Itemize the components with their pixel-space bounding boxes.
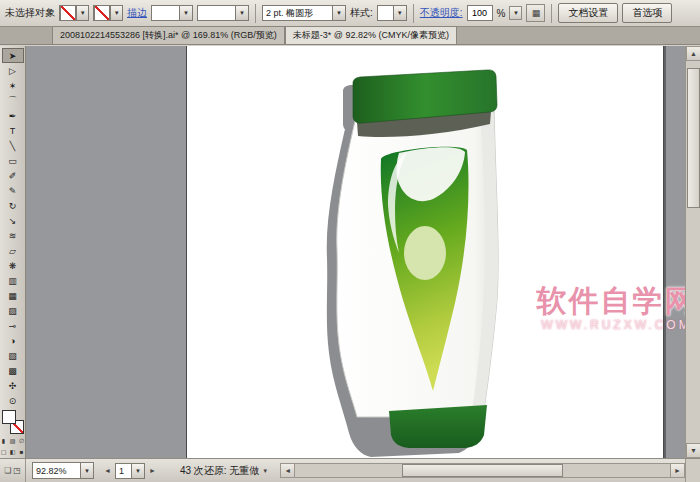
tool-zoom[interactable]: ⊙	[2, 393, 24, 408]
tool-free-transform[interactable]: ▱	[2, 243, 24, 258]
horizontal-scrollbar[interactable]: ◄ ►	[280, 463, 685, 478]
status-bar: ❏ ◳ 92.82% ▼ ◄ 1 ▼ ► 43 次还原: 无重做 ▼ ◄ ►	[0, 458, 700, 482]
stroke-panel-link[interactable]: 描边	[127, 6, 147, 20]
chevron-down-icon[interactable]: ▼	[332, 6, 345, 20]
document-tab-2-active[interactable]: 未标题-3* @ 92.82% (CMYK/像素预览)	[285, 26, 457, 44]
fill-swatch[interactable]	[2, 410, 16, 424]
tool-magic-wand[interactable]: ✶	[2, 78, 24, 93]
tool-pen[interactable]: ✒	[2, 108, 24, 123]
tool-live-paint-selection[interactable]: ▩	[2, 363, 24, 378]
screen-mode-full-icon[interactable]: ■	[18, 447, 25, 456]
scroll-left-icon[interactable]: ◄	[280, 463, 295, 478]
grid-icon: ▦	[532, 8, 541, 18]
zoom-value: 92.82%	[33, 466, 80, 476]
tab-spacer	[0, 27, 52, 44]
fill-color-well[interactable]: ▼	[59, 5, 89, 21]
artboard-navigation: ◄ 1 ▼ ►	[102, 463, 158, 479]
tool-scale[interactable]: ↘	[2, 213, 24, 228]
tool-paintbrush[interactable]: ✐	[2, 168, 24, 183]
tool-selection[interactable]: ➤	[2, 48, 24, 63]
tool-rotate[interactable]: ↻	[2, 198, 24, 213]
scroll-down-icon[interactable]: ▼	[686, 443, 700, 458]
tool-symbol-sprayer[interactable]: ❋	[2, 258, 24, 273]
tool-line-segment[interactable]: ╲	[2, 138, 24, 153]
canvas-area[interactable]: 软件自学网 WWW.RUZXW.COM	[26, 46, 685, 458]
opacity-panel-link[interactable]: 不透明度:	[420, 6, 463, 20]
tool-lasso[interactable]: ⌒	[2, 93, 24, 108]
separator	[551, 4, 552, 23]
tool-rectangle[interactable]: ▭	[2, 153, 24, 168]
history-text: 43 次还原: 无重做	[180, 464, 259, 478]
tool-warp[interactable]: ≋	[2, 228, 24, 243]
separator	[255, 4, 256, 23]
brush-definition-value: 2 pt. 椭圆形	[263, 7, 332, 20]
tool-gradient[interactable]: ▨	[2, 303, 24, 318]
fill-none-icon	[60, 5, 76, 21]
chevron-down-icon[interactable]: ▼	[131, 464, 144, 478]
tool-type[interactable]: T	[2, 123, 24, 138]
tool-grid: ➤▷✶⌒✒T╲▭✐✎↻↘≋▱❋▥▦▨⊸◑▧▩✣⊙	[0, 48, 25, 408]
scroll-right-icon[interactable]: ►	[670, 463, 685, 478]
prev-artboard-icon[interactable]: ◄	[102, 467, 113, 474]
artboard: 软件自学网 WWW.RUZXW.COM	[186, 46, 664, 458]
document-tab-bar: 2008102214553286 [转换].ai* @ 169.81% (RGB…	[0, 27, 700, 45]
vertical-scrollbar[interactable]: ▲ ▼	[685, 46, 700, 458]
separator	[413, 4, 414, 23]
control-bar: 未选择对象 ▼ ▼ 描边 ▼ ▼ 2 pt. 椭圆形 ▼ 样式: ▼ 不透明度:…	[0, 0, 700, 27]
tool-eyedropper[interactable]: ⊸	[2, 318, 24, 333]
tool-direct-selection[interactable]: ▷	[2, 63, 24, 78]
screen-mode-normal-icon[interactable]: ▢	[0, 447, 7, 456]
page-icon[interactable]: ❏	[4, 466, 11, 475]
stroke-none-icon	[94, 5, 110, 21]
status-left-icons: ❏ ◳	[0, 459, 26, 482]
chevron-down-icon[interactable]: ▼	[76, 6, 88, 20]
history-status[interactable]: 43 次还原: 无重做 ▼	[180, 464, 268, 478]
chevron-down-icon[interactable]: ▼	[110, 6, 122, 20]
tool-mesh[interactable]: ▦	[2, 288, 24, 303]
chevron-down-icon[interactable]: ▼	[80, 463, 93, 478]
preferences-button[interactable]: 首选项	[622, 3, 672, 23]
chevron-down-icon[interactable]: ▼	[235, 6, 248, 20]
screen-mode-menu-icon[interactable]: ◧	[9, 447, 16, 456]
none-mode-icon[interactable]: ∅	[18, 436, 25, 445]
chevron-down-icon[interactable]: ▼	[393, 6, 406, 20]
tool-pencil[interactable]: ✎	[2, 183, 24, 198]
brush-definition-combo[interactable]: 2 pt. 椭圆形 ▼	[262, 5, 346, 21]
navigator-icon[interactable]: ◳	[13, 466, 21, 475]
style-combo[interactable]: ▼	[377, 5, 407, 21]
stroke-color-well[interactable]: ▼	[93, 5, 123, 21]
tool-live-paint-bucket[interactable]: ▧	[2, 348, 24, 363]
artwork-shaver[interactable]	[187, 46, 665, 458]
tool-blend[interactable]: ◑	[2, 333, 24, 348]
chevron-down-icon[interactable]: ▼	[262, 468, 268, 474]
artboard-number: 1	[116, 466, 131, 476]
tools-panel: ➤▷✶⌒✒T╲▭✐✎↻↘≋▱❋▥▦▨⊸◑▧▩✣⊙ ▮ ▨ ∅ ▢ ◧ ■	[0, 46, 26, 458]
vertical-scroll-thumb[interactable]	[687, 68, 700, 208]
tool-graph[interactable]: ▥	[2, 273, 24, 288]
document-setup-button[interactable]: 文档设置	[558, 3, 618, 23]
color-mode-icon[interactable]: ▮	[0, 436, 7, 445]
opacity-input[interactable]	[467, 5, 493, 21]
opacity-dropdown-icon[interactable]: ▼	[509, 6, 522, 20]
gradient-mode-icon[interactable]: ▨	[9, 436, 16, 445]
document-tab-1[interactable]: 2008102214553286 [转换].ai* @ 169.81% (RGB…	[52, 26, 285, 44]
scroll-up-icon[interactable]: ▲	[686, 46, 700, 61]
next-artboard-icon[interactable]: ►	[147, 467, 158, 474]
percent-label: %	[497, 8, 506, 19]
fill-stroke-swatches[interactable]	[2, 410, 24, 434]
horizontal-scroll-thumb[interactable]	[402, 464, 563, 477]
chevron-down-icon[interactable]: ▼	[179, 6, 192, 20]
scrollbar-corner	[685, 459, 700, 482]
stroke-weight-combo[interactable]: ▼	[151, 5, 193, 21]
tool-hand[interactable]: ✣	[2, 378, 24, 393]
zoom-combo[interactable]: 92.82% ▼	[32, 462, 94, 479]
style-label: 样式:	[350, 6, 373, 20]
variable-width-combo[interactable]: ▼	[197, 5, 249, 21]
selection-status-label: 未选择对象	[5, 6, 55, 20]
grid-icon-button[interactable]: ▦	[526, 4, 545, 22]
artboard-number-combo[interactable]: 1 ▼	[115, 463, 145, 479]
